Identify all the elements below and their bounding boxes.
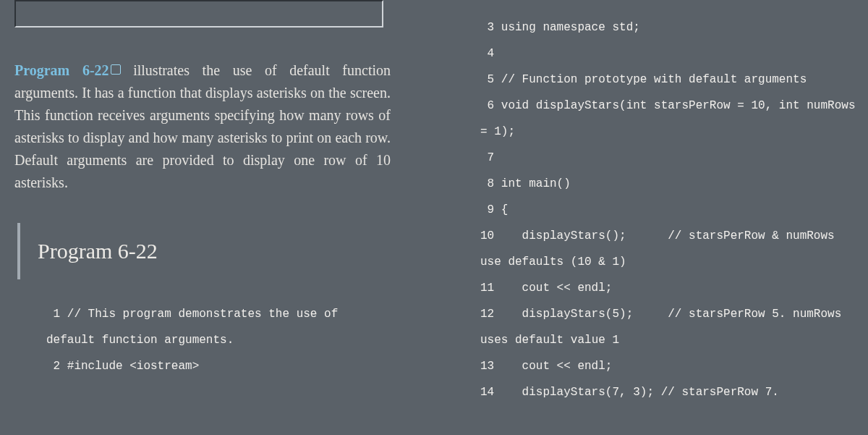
line-number: 10 (480, 223, 494, 249)
code-line: 10 displayStars(); // starsPerRow & numR… (480, 223, 861, 275)
line-number: 9 (480, 197, 494, 223)
code-line: 11 cout << endl; (480, 275, 861, 301)
code-block-left: 1// This program demonstrates the use of… (46, 301, 391, 379)
search-input[interactable] (14, 0, 383, 28)
line-number: 6 (480, 93, 494, 119)
intro-paragraph: Program 6-22 illustrates the use of defa… (14, 59, 391, 194)
code-line: 4 (480, 41, 861, 67)
code-line: 3using namespace std; (480, 14, 861, 41)
program-heading: Program 6-22 (38, 239, 391, 263)
intro-paragraph-body: illustrates the use of default function … (14, 62, 391, 190)
line-number: 11 (480, 275, 494, 301)
line-number: 13 (480, 353, 494, 379)
code-line: 5// Function prototype with default argu… (480, 67, 861, 93)
line-number: 14 (480, 379, 494, 405)
code-line: 1// This program demonstrates the use of… (46, 301, 391, 353)
line-number: 8 (480, 171, 494, 197)
program-heading-block: Program 6-22 (17, 223, 391, 279)
code-line: 8int main() (480, 171, 861, 197)
program-link[interactable]: Program 6-22 (14, 62, 109, 78)
code-block-right: 3using namespace std;45// Function proto… (480, 14, 861, 405)
code-line: 14 displayStars(7, 3); // starsPerRow 7. (480, 379, 861, 405)
line-number: 12 (480, 301, 494, 327)
line-number: 1 (46, 301, 60, 327)
line-number: 7 (480, 145, 494, 171)
line-number: 3 (480, 14, 494, 41)
code-line: 13 cout << endl; (480, 353, 861, 379)
line-number: 2 (46, 353, 60, 379)
external-link-icon[interactable] (111, 64, 121, 75)
line-number: 5 (480, 67, 494, 93)
line-number: 4 (480, 41, 494, 67)
code-line: 9{ (480, 197, 861, 223)
code-line: 7 (480, 145, 861, 171)
code-line: 2#include <iostream> (46, 353, 391, 379)
code-line: 12 displayStars(5); // starsPerRow 5. nu… (480, 301, 861, 353)
code-line: 6void displayStars(int starsPerRow = 10,… (480, 93, 861, 145)
